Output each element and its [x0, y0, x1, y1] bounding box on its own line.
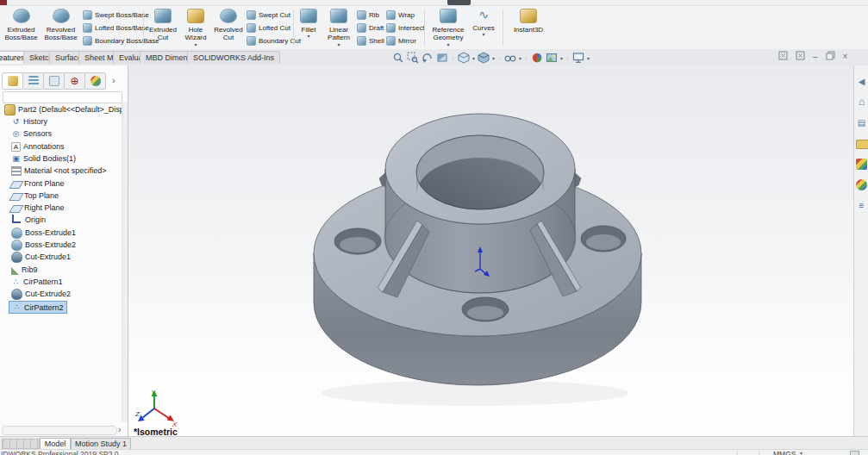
tree-item-cut-extrude1[interactable]: Cut-Extrude1	[9, 251, 73, 263]
reference-geometry-button[interactable]: Reference Geometry	[428, 9, 469, 47]
unit-system-selector[interactable]: MMGS	[773, 450, 796, 455]
dropdown-arrow[interactable]: ▾	[587, 55, 590, 61]
heads-up-toolbar: · ▾ ▾ · ▾ · ▾ · ▾	[392, 51, 590, 65]
linear-pattern-button[interactable]: Linear Pattern	[322, 9, 355, 47]
tree-root-part[interactable]: Part2 (Default<<Default>_Display State	[2, 103, 128, 115]
zoom-to-fit-icon[interactable]	[392, 52, 404, 64]
revolved-boss-base-button[interactable]: Revolved Boss/Base	[41, 9, 80, 42]
cirpattern-icon: ∴	[11, 277, 21, 287]
tree-item-origin[interactable]: Origin	[9, 214, 48, 226]
solid-bodies-icon: ▣	[11, 154, 21, 164]
tab-scroll-splitter[interactable]	[2, 439, 40, 449]
instant3d-button[interactable]: Instant3D	[507, 9, 550, 34]
zoom-to-area-icon[interactable]	[407, 52, 419, 64]
swept-boss-base-button[interactable]: Swept Boss/Base	[83, 9, 149, 21]
tree-item-top-plane[interactable]: Top Plane	[9, 190, 61, 202]
featuremanager-icon	[8, 76, 18, 86]
view-palette-icon[interactable]	[856, 159, 867, 170]
lofted-boss-base-button[interactable]: Lofted Boss/Base	[83, 22, 149, 34]
toolbar-separator: ·	[497, 53, 502, 62]
doc-window-icon[interactable]	[796, 51, 805, 64]
material-icon	[11, 166, 22, 176]
tree-item-sensors[interactable]: ◎Sensors	[9, 128, 54, 140]
view-orientation-icon[interactable]	[458, 52, 470, 64]
tab-dimxpertmanager[interactable]: ⊕	[64, 72, 85, 90]
tree-item-cut-extrude2[interactable]: Cut-Extrude2	[9, 288, 73, 300]
tree-item-rib9[interactable]: Rib9	[9, 264, 41, 276]
tree-item-front-plane[interactable]: Front Plane	[9, 178, 67, 190]
custom-properties-icon[interactable]: ≡	[856, 200, 867, 211]
tree-item-cirpattern1[interactable]: ∴CirPattern1	[9, 276, 66, 288]
reference-triad: Y X Z	[135, 388, 180, 427]
tab-motion-study-1[interactable]: Motion Study 1	[71, 438, 131, 449]
dropdown-arrow[interactable]: ▾	[519, 55, 521, 61]
swept-cut-button[interactable]: Swept Cut	[247, 9, 290, 21]
tree-item-material[interactable]: Material <not specified>	[9, 165, 109, 177]
panel-tabs-overflow-chevron[interactable]: ›	[112, 75, 116, 85]
view-settings-icon[interactable]	[572, 52, 584, 64]
dropdown-arrow[interactable]: ▾	[560, 55, 563, 61]
revolved-boss-base-icon	[53, 9, 70, 23]
design-library-icon[interactable]: ▤	[856, 117, 867, 128]
revolved-cut-button[interactable]: Revolved Cut	[212, 9, 245, 42]
tree-item-cirpattern2-selected[interactable]: ∴CirPattern2	[9, 301, 67, 314]
dropdown-arrow[interactable]: ▾	[492, 55, 495, 61]
collapse-taskpane-icon[interactable]: ◀	[856, 76, 867, 87]
hide-show-items-icon[interactable]	[504, 52, 516, 64]
tree-filter-input[interactable]	[3, 91, 122, 103]
intersect-button[interactable]: Intersect	[386, 22, 425, 34]
file-explorer-icon[interactable]	[856, 140, 868, 149]
ribbon-divider	[293, 10, 294, 45]
unit-system-dropdown-arrow[interactable]: ▾	[800, 450, 802, 455]
tree-horizontal-scrollbar[interactable]	[2, 426, 117, 435]
graphics-viewport[interactable]: Y X Z *Isometric	[128, 65, 853, 436]
tab-solidworks-add-ins[interactable]: SOLIDWORKS Add-Ins	[187, 51, 280, 64]
curves-button[interactable]: ∿ Curves	[470, 9, 497, 37]
tab-model[interactable]: Model	[40, 438, 71, 449]
display-style-icon[interactable]	[478, 52, 490, 64]
wrap-icon	[386, 10, 396, 20]
mirror-button[interactable]: Mirror	[386, 35, 416, 47]
solidworks-resources-icon[interactable]: ⌂	[856, 97, 867, 108]
tree-vertical-scrollbar[interactable]	[122, 102, 128, 422]
window-controls: – ×	[778, 51, 847, 63]
extruded-boss-base-button[interactable]: Extruded Boss/Base	[2, 9, 41, 42]
tree-item-boss-extrude1[interactable]: Boss-Extrude1	[9, 227, 78, 239]
swept-boss-base-icon	[83, 10, 92, 20]
shell-button[interactable]: Shell	[357, 35, 384, 47]
tab-configurationmanager[interactable]	[43, 72, 65, 90]
minimize-icon[interactable]: –	[813, 51, 818, 63]
toolbar-separator: ·	[451, 53, 455, 62]
tree-item-annotations[interactable]: AAnnotations	[9, 140, 67, 153]
fillet-button[interactable]: Fillet	[296, 9, 322, 39]
previous-view-icon[interactable]	[422, 52, 434, 64]
tree-item-solid-bodies[interactable]: ▣Solid Bodies(1)	[9, 153, 78, 165]
appearances-icon[interactable]	[856, 179, 867, 190]
tab-propertymanager[interactable]	[22, 72, 44, 90]
apply-scene-icon[interactable]	[546, 52, 558, 64]
lofted-cut-icon	[247, 23, 256, 33]
close-icon[interactable]: ×	[843, 51, 848, 63]
draft-button[interactable]: Draft	[357, 22, 384, 34]
title-strip	[0, 0, 868, 6]
tree-item-boss-extrude2[interactable]: Boss-Extrude2	[9, 239, 78, 251]
fillet-icon	[300, 9, 317, 23]
doc-window-icon[interactable]	[778, 51, 788, 64]
app-version-text: SOLIDWORKS Professional 2019 SP3.0	[0, 450, 119, 455]
section-view-icon[interactable]	[436, 52, 448, 64]
tree-item-right-plane[interactable]: Right Plane	[9, 202, 67, 214]
panel-expand-chevron[interactable]: ›	[118, 425, 121, 434]
restore-icon[interactable]	[826, 51, 835, 64]
edit-appearance-icon[interactable]	[531, 52, 543, 64]
tree-item-history[interactable]: ↺History	[9, 115, 50, 128]
toolbar-separator: ·	[524, 53, 528, 62]
dropdown-arrow[interactable]: ▾	[472, 55, 475, 61]
status-panel-icon[interactable]	[850, 451, 859, 455]
wrap-button[interactable]: Wrap	[386, 9, 415, 21]
hole-wizard-button[interactable]: Hole Wizard	[179, 9, 212, 47]
tab-featuremanager-tree[interactable]	[2, 72, 23, 90]
extruded-cut-button[interactable]: Extruded Cut	[147, 9, 179, 42]
tab-displaymanager[interactable]	[84, 72, 106, 90]
lofted-cut-button[interactable]: Lofted Cut	[247, 22, 290, 34]
rib-button[interactable]: Rib	[357, 9, 379, 21]
